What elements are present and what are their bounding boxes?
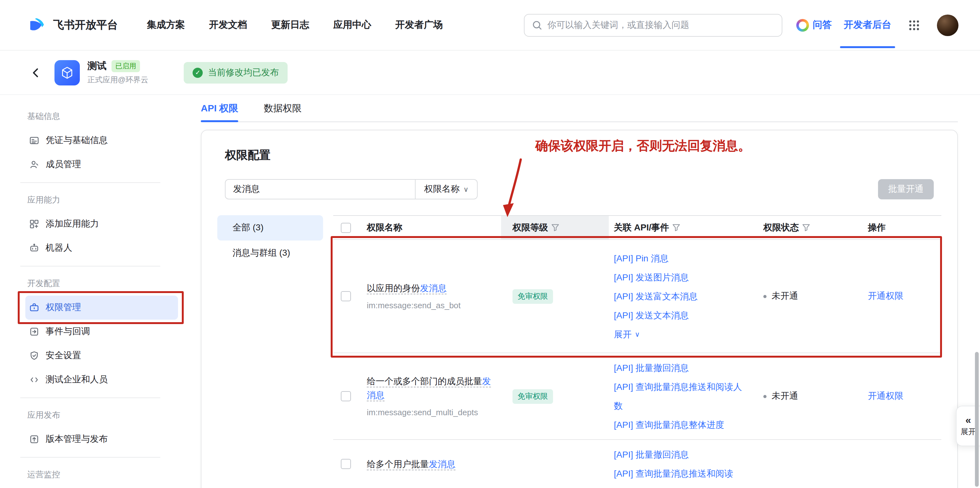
app-status-badge: 已启用	[111, 60, 140, 72]
double-chevron-left-icon: «	[966, 415, 971, 425]
qa-link[interactable]: 问答	[796, 19, 832, 31]
event-callback-icon	[29, 326, 39, 337]
primary-nav: 集成方案 开发文档 更新日志 应用中心 开发者广场	[147, 19, 443, 31]
nav-item-dev-plaza[interactable]: 开发者广场	[395, 19, 443, 31]
grant-permission-link[interactable]: 开通权限	[868, 290, 904, 301]
row-checkbox[interactable]	[341, 291, 351, 301]
table-area: 全部 (3) 消息与群组 (3) 权限名称 权限等级 关联	[217, 215, 941, 488]
category-messages-groups[interactable]: 消息与群组 (3)	[217, 241, 323, 266]
vertical-scrollbar[interactable]	[975, 352, 979, 487]
permission-search-group: 发消息 权限名称 ∨	[225, 179, 478, 200]
search-icon	[532, 20, 542, 30]
sidebar-item-label: 安全设置	[46, 350, 81, 361]
filter-label: 权限名称	[424, 184, 460, 195]
app-meta: 测试 已启用 正式应用@环界云	[88, 60, 148, 85]
briefcase-lock-icon	[29, 303, 39, 313]
api-link[interactable]: [API] Pin 消息	[614, 249, 748, 268]
api-link[interactable]: [API] 批量撤回消息	[614, 445, 748, 464]
page: 飞书开放平台 集成方案 开发文档 更新日志 应用中心 开发者广场 你可以输入关键…	[0, 0, 980, 488]
category-list: 全部 (3) 消息与群组 (3)	[217, 215, 333, 488]
sidebar-item-permissions[interactable]: 权限管理	[25, 296, 178, 320]
tab-data-permissions[interactable]: 数据权限	[264, 95, 302, 122]
page-title: 权限配置	[225, 147, 941, 163]
console-link[interactable]: 开发者后台	[844, 0, 891, 50]
permission-search-input[interactable]: 发消息	[226, 180, 415, 199]
qa-label: 问答	[813, 19, 832, 31]
sidebar-item-label: 成员管理	[46, 159, 81, 170]
api-link[interactable]: [API] 查询批量消息推送和阅读	[614, 464, 748, 483]
sidebar-item-test-org[interactable]: 测试企业和人员	[25, 368, 178, 392]
app-icon	[54, 60, 80, 85]
select-all-checkbox[interactable]	[341, 222, 351, 233]
batch-grant-button[interactable]: 批量开通	[878, 179, 934, 200]
permission-code: im:message:send_as_bot	[367, 300, 495, 311]
chevron-down-icon: ∨	[635, 331, 640, 337]
status-cell: 未开通	[758, 290, 862, 302]
code-brackets-icon	[29, 375, 39, 385]
sidebar-item-version-release[interactable]: 版本管理与发布	[25, 427, 178, 451]
filter-funnel-icon[interactable]	[551, 223, 559, 232]
nav-item-integration[interactable]: 集成方案	[147, 19, 185, 31]
apps-grid-icon[interactable]	[904, 14, 925, 36]
api-link[interactable]: [API] 查询批量消息整体进度	[614, 415, 748, 434]
sidebar-item-label: 添加应用能力	[46, 219, 99, 230]
permission-table: 权限名称 权限等级 关联 API/事件 权限状态	[333, 215, 941, 488]
main-content: API 权限 数据权限 权限配置 发消息 权限名称 ∨ 批量开通	[179, 95, 980, 488]
grid-plus-icon	[29, 219, 39, 229]
api-link[interactable]: [API] 发送文本消息	[614, 306, 748, 325]
nav-right-group: 问答 开发者后台	[796, 0, 958, 50]
permission-name[interactable]: 给多个用户批量发消息	[367, 457, 495, 471]
api-link[interactable]: [API] 批量撤回消息	[614, 358, 748, 377]
nav-item-app-center[interactable]: 应用中心	[333, 19, 371, 31]
api-link[interactable]: [API] 查询批量消息推送和阅读人数	[614, 377, 748, 415]
sidebar-section-monitoring: 运营监控	[25, 463, 178, 487]
sidebar-item-credentials[interactable]: 凭证与基础信息	[25, 128, 178, 152]
nav-item-docs[interactable]: 开发文档	[209, 19, 247, 31]
related-apis-cell: [API] Pin 消息 [API] 发送图片消息 [API] 发送富文本消息 …	[609, 240, 758, 353]
permission-name[interactable]: 给一个或多个部门的成员批量发消息	[367, 374, 495, 402]
grant-permission-link[interactable]: 开通权限	[868, 391, 904, 401]
status-cell: 未开通	[758, 391, 862, 402]
filter-funnel-icon[interactable]	[672, 223, 680, 232]
sidebar-item-members[interactable]: 成员管理	[25, 152, 178, 177]
header-related-apis: 关联 API/事件	[609, 216, 758, 239]
permission-card: 权限配置 发消息 权限名称 ∨ 批量开通 全部 (3) 消息与群组 (3)	[201, 130, 958, 488]
api-link[interactable]: [API] 发送富文本消息	[614, 287, 748, 306]
cube-icon	[60, 65, 74, 79]
back-button[interactable]	[28, 64, 45, 81]
sidebar-item-security[interactable]: 安全设置	[25, 344, 178, 368]
search-filter-select[interactable]: 权限名称 ∨	[415, 180, 477, 199]
api-link[interactable]: [API] 发送图片消息	[614, 268, 748, 287]
permission-code: im:message:send_multi_depts	[367, 407, 495, 418]
row-checkbox[interactable]	[341, 391, 351, 401]
table-row: 给一个或多个部门的成员批量发消息 im:message:send_multi_d…	[333, 353, 941, 440]
table-header-row: 权限名称 权限等级 关联 API/事件 权限状态	[333, 216, 941, 240]
avatar[interactable]	[937, 14, 958, 36]
sidebar: 基础信息 凭证与基础信息 成员管理 应用能力 添加应用能力	[0, 95, 179, 488]
tab-api-permissions[interactable]: API 权限	[201, 95, 238, 122]
sidebar-item-add-capability[interactable]: 添加应用能力	[25, 212, 178, 236]
user-icon	[29, 160, 39, 170]
sidebar-item-events[interactable]: 事件与回调	[25, 320, 178, 344]
brand[interactable]: 飞书开放平台	[28, 16, 118, 35]
nav-item-changelog[interactable]: 更新日志	[271, 19, 309, 31]
sidebar-item-label: 机器人	[46, 242, 72, 254]
level-badge: 免审权限	[512, 389, 553, 404]
expand-apis-link[interactable]: 展开 ∨	[614, 325, 748, 344]
sidebar-divider	[25, 392, 178, 403]
sidebar-item-bot[interactable]: 机器人	[25, 236, 178, 260]
row-checkbox[interactable]	[341, 459, 351, 469]
related-apis-cell: [API] 批量撤回消息 [API] 查询批量消息推送和阅读人数 [API] 查…	[609, 353, 758, 439]
category-all[interactable]: 全部 (3)	[217, 215, 323, 241]
table-row: 以应用的身份发消息 im:message:send_as_bot 免审权限 [A…	[333, 240, 941, 353]
global-search-input[interactable]: 你可以输入关键词，或直接输入问题	[524, 14, 782, 36]
top-nav: 飞书开放平台 集成方案 开发文档 更新日志 应用中心 开发者广场 你可以输入关键…	[0, 0, 980, 51]
app-name: 测试	[88, 60, 107, 72]
filter-funnel-icon[interactable]	[802, 223, 810, 232]
qa-icon	[796, 19, 809, 31]
sidebar-section-dev-config: 开发配置	[25, 271, 178, 296]
sidebar-section-basic-info: 基础信息	[25, 105, 178, 128]
id-card-icon	[29, 135, 39, 146]
permission-name[interactable]: 以应用的身份发消息	[367, 281, 495, 295]
level-badge: 免审权限	[512, 289, 553, 304]
